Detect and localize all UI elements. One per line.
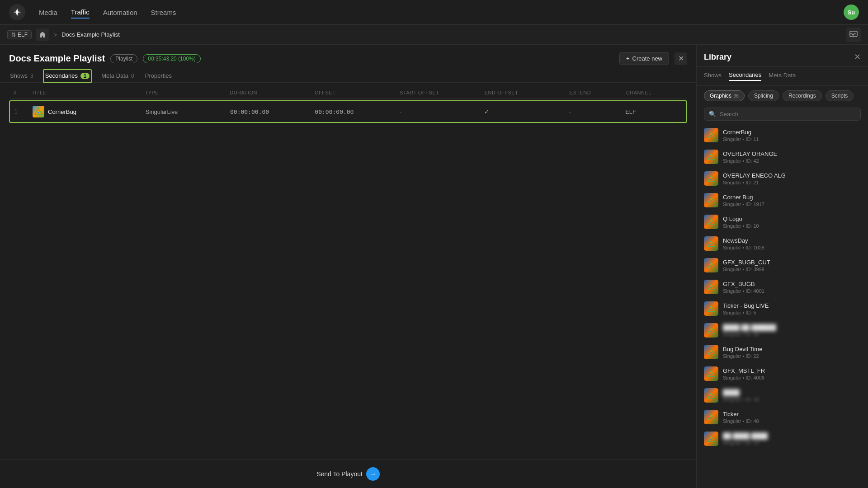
lib-item-name: GFX_MSTL_FR: [723, 367, 861, 374]
svg-point-13: [710, 222, 712, 224]
col-duration: DURATION: [230, 90, 315, 95]
lib-item-info: GFX_BUGB Singular • ID: 4001: [723, 281, 861, 294]
breadcrumb-separator: >: [53, 31, 57, 38]
nav-streams[interactable]: Streams: [151, 7, 176, 18]
lib-item-name: ████ ██ ██████: [723, 324, 861, 331]
library-list-item[interactable]: ██ ████ ████ Singular • ID: 13: [700, 428, 864, 450]
col-end-offset: END OFFSET: [485, 90, 570, 95]
library-tabs: Shows Secondaries Meta Data: [697, 67, 868, 86]
svg-point-15: [710, 244, 712, 245]
row-extend: -: [569, 108, 625, 115]
library-list-item[interactable]: NewsDay Singular • ID: 1028: [700, 233, 864, 254]
lib-item-info: CornerBug Singular • ID: 11: [723, 129, 861, 142]
user-avatar[interactable]: Su: [844, 5, 859, 20]
lib-item-sub: Singular • ID: 13: [723, 440, 861, 446]
table-header: # TITLE TYPE DURATION OFFSET START OFFSE…: [9, 87, 687, 99]
lib-item-info: Ticker - Bug LIVE Singular • ID: 5: [723, 302, 861, 315]
library-list: CornerBug Singular • ID: 11 OVERLAY ORAN…: [697, 124, 868, 488]
lib-item-name: CornerBug: [723, 129, 861, 136]
svg-point-21: [710, 309, 712, 310]
library-list-item[interactable]: GFX_MSTL_FR Singular • ID: 4006: [700, 363, 864, 385]
library-list-item[interactable]: GFX_BUGB Singular • ID: 4001: [700, 276, 864, 298]
library-close-button[interactable]: ✕: [854, 52, 861, 62]
search-input[interactable]: [720, 111, 856, 117]
lib-item-icon: [704, 280, 718, 294]
nav-media[interactable]: Media: [39, 7, 57, 18]
close-playlist-button[interactable]: ✕: [675, 52, 687, 65]
lib-item-sub: Singular • ID: 10: [723, 223, 861, 229]
lib-item-icon: [704, 193, 718, 207]
lib-tab-shows[interactable]: Shows: [704, 72, 722, 80]
lib-item-icon: [704, 150, 718, 164]
lib-item-icon: [704, 215, 718, 229]
library-list-item[interactable]: Ticker Singular • ID: 48: [700, 406, 864, 428]
lib-tab-metadata[interactable]: Meta Data: [769, 72, 796, 80]
library-list-item[interactable]: Q Logo Singular • ID: 10: [700, 211, 864, 233]
library-list-item[interactable]: Corner Bug Singular • ID: 1917: [700, 189, 864, 211]
nav-traffic[interactable]: Traffic: [71, 6, 90, 19]
lib-item-icon: [704, 345, 718, 359]
library-list-item[interactable]: OVERLAY ENECO ALG Singular • ID: 21: [700, 168, 864, 189]
library-list-item[interactable]: OVERLAY ORANGE Singular • ID: 42: [700, 146, 864, 168]
svg-point-3: [38, 112, 39, 113]
svg-point-5: [710, 135, 712, 137]
lib-item-name: OVERLAY ORANGE: [723, 150, 861, 157]
create-new-button[interactable]: + Create new: [619, 52, 669, 65]
lib-item-info: OVERLAY ENECO ALG Singular • ID: 21: [723, 172, 861, 185]
lib-item-info: Ticker Singular • ID: 48: [723, 411, 861, 424]
send-bar: Send To Playout →: [0, 460, 696, 488]
lib-item-sub: Singular • ID: 21: [723, 180, 861, 185]
lib-item-icon: [704, 432, 718, 446]
lib-item-icon: [704, 323, 718, 338]
lib-item-sub: Singular • ID: 5: [723, 310, 861, 315]
filter-graphics[interactable]: Graphics 96: [704, 90, 745, 101]
row-offset: 00:00:00.00: [315, 108, 399, 115]
lib-item-sub: Singular • ID: 48: [723, 418, 861, 424]
filter-scripts[interactable]: Scripts: [826, 90, 854, 101]
library-list-item[interactable]: Bug Devil Time Singular • ID: 22: [700, 341, 864, 363]
lib-item-name: ██ ████ ████: [723, 432, 861, 439]
lib-item-sub: Singular • ID: 42: [723, 158, 861, 164]
col-offset: OFFSET: [315, 90, 400, 95]
library-list-item[interactable]: ████ Singular • ID: 16: [700, 385, 864, 406]
send-arrow-icon: →: [366, 467, 380, 481]
lib-item-icon: [704, 410, 718, 424]
lib-item-name: Corner Bug: [723, 194, 861, 201]
playlist-type-badge: Playlist: [110, 54, 137, 63]
app-logo: [9, 4, 25, 20]
library-list-item[interactable]: Ticker - Bug LIVE Singular • ID: 5: [700, 298, 864, 319]
lib-item-sub: Singular • ID: 22: [723, 353, 861, 359]
row-number: 1: [14, 108, 33, 115]
lib-item-name: OVERLAY ENECO ALG: [723, 172, 861, 179]
inbox-button[interactable]: [846, 28, 861, 42]
nav-automation[interactable]: Automation: [103, 7, 137, 18]
svg-point-7: [710, 157, 712, 159]
library-list-item[interactable]: ████ ██ ██████ Singular • ID: 36: [700, 319, 864, 341]
lib-item-icon: [704, 388, 718, 403]
lib-tab-secondaries[interactable]: Secondaries: [729, 71, 761, 81]
lib-item-info: NewsDay Singular • ID: 1028: [723, 237, 861, 250]
tab-metadata[interactable]: Meta Data 0: [100, 70, 135, 83]
lib-item-sub: Singular • ID: 36: [723, 332, 861, 337]
svg-point-23: [710, 330, 712, 332]
filter-recordings[interactable]: Recordings: [783, 90, 822, 101]
home-button[interactable]: [36, 28, 49, 41]
send-to-playout-button[interactable]: Send To Playout →: [316, 467, 380, 481]
library-list-item[interactable]: CornerBug Singular • ID: 11: [700, 124, 864, 146]
lib-item-sub: Singular • ID: 4006: [723, 375, 861, 380]
search-box: 🔍: [704, 108, 861, 121]
lib-item-info: Bug Devil Time Singular • ID: 22: [723, 346, 861, 359]
tab-secondaries[interactable]: Secondaries 1: [43, 70, 91, 83]
lib-item-info: GFX_MSTL_FR Singular • ID: 4006: [723, 367, 861, 380]
row-title: CornerBug: [33, 106, 146, 117]
row-duration: 00:00:00.00: [230, 108, 315, 115]
filter-splicing[interactable]: Splicing: [748, 90, 779, 101]
table-row[interactable]: 1 CornerBug SingularLive 00:00:00.00 00:…: [9, 100, 687, 123]
tab-shows[interactable]: Shows 3: [9, 70, 34, 83]
plus-icon: +: [626, 55, 630, 62]
library-header: Library ✕: [697, 45, 868, 67]
tab-properties[interactable]: Properties: [144, 70, 173, 83]
workspace-selector[interactable]: ⇅ ELF: [7, 30, 32, 39]
library-list-item[interactable]: GFX_BUGB_CUT Singular • ID: 3999: [700, 254, 864, 276]
row-channel: ELF: [625, 108, 682, 115]
